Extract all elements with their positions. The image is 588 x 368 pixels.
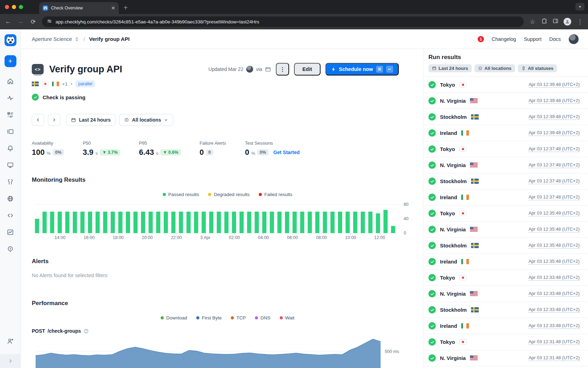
legend-item[interactable]: Degraded results xyxy=(208,192,250,197)
legend-item[interactable]: DNS xyxy=(255,315,271,320)
tab-close-icon[interactable]: ✕ xyxy=(111,5,115,11)
run-timestamp-link[interactable]: Apr 03 12:37:48 (UTC+2) xyxy=(529,194,580,200)
sidebar-item-dashboards[interactable] xyxy=(7,161,14,169)
legend-item[interactable]: First Byte xyxy=(196,315,222,320)
run-result-row[interactable]: N. Virginia Apr 03 12:39:48 (UTC+2) xyxy=(424,93,588,109)
sidebar-item-checks[interactable] xyxy=(7,111,14,118)
sidebar-expand-button[interactable] xyxy=(0,354,21,368)
get-started-link[interactable]: Get Started xyxy=(273,150,300,155)
run-result-row[interactable]: Stockholm Apr 03 12:35:48 (UTC+2) xyxy=(424,238,588,254)
support-link[interactable]: Support xyxy=(524,36,542,42)
browser-tab[interactable]: Check Overview ✕ xyxy=(39,2,119,14)
run-result-row[interactable]: N. Virginia Apr 03 12:37:48 (UTC+2) xyxy=(424,157,588,173)
sidebar-item-maintenance[interactable] xyxy=(7,178,14,186)
run-timestamp-link[interactable]: Apr 03 12:39:48 (UTC+2) xyxy=(529,130,580,136)
more-options-button[interactable]: ⋮ xyxy=(276,63,289,75)
run-result-row[interactable]: N. Virginia Apr 03 12:35:48 (UTC+2) xyxy=(424,222,588,238)
user-avatar[interactable] xyxy=(568,34,579,44)
reload-button[interactable]: ⟳ xyxy=(29,18,37,26)
run-result-row[interactable]: Ireland Apr 03 12:37:48 (UTC+2) xyxy=(424,189,588,205)
forward-button[interactable]: → xyxy=(17,18,24,25)
sidebar-item-activity[interactable] xyxy=(7,94,14,102)
run-timestamp-link[interactable]: Apr 03 12:39:48 (UTC+2) xyxy=(529,82,580,88)
run-timestamp-link[interactable]: Apr 03 12:39:48 (UTC+2) xyxy=(529,98,580,104)
run-timestamp-link[interactable]: Apr 03 12:33:48 (UTC+2) xyxy=(529,323,580,329)
legend-item[interactable]: Failed results xyxy=(259,192,292,197)
run-results-panel: Run results Last 24 hours All locations xyxy=(423,49,588,368)
run-timestamp-link[interactable]: Apr 03 12:33:48 (UTC+2) xyxy=(529,275,580,281)
sidebar-item-alerts[interactable] xyxy=(7,145,14,152)
side-panel-icon[interactable] xyxy=(552,18,559,26)
run-result-row[interactable]: Tokyo Apr 03 12:39:48 (UTC+2) xyxy=(424,77,588,93)
help-circle-icon[interactable] xyxy=(83,329,89,334)
run-result-row[interactable]: Tokyo Apr 03 12:31:48 (UTC+2) xyxy=(424,334,588,350)
legend-item[interactable]: Download xyxy=(161,315,187,320)
monitoring-chart[interactable]: 14:0016:0018:0020:0022:003 Apr02:0004:00… xyxy=(32,201,423,242)
run-result-row[interactable]: Ireland Apr 03 12:33:48 (UTC+2) xyxy=(424,318,588,334)
sidebar-item-home[interactable] xyxy=(7,78,14,85)
run-timestamp-link[interactable]: Apr 03 12:35:48 (UTC+2) xyxy=(529,226,580,232)
back-button[interactable]: ← xyxy=(4,18,12,25)
run-filter-locations[interactable]: All locations xyxy=(475,64,515,72)
run-timestamp-link[interactable]: Apr 03 12:37:48 (UTC+2) xyxy=(529,178,580,184)
run-result-row[interactable]: Tokyo Apr 03 12:37:48 (UTC+2) xyxy=(424,141,588,157)
run-result-row[interactable]: Stockholm Apr 03 12:39:48 (UTC+2) xyxy=(424,109,588,125)
minimize-window-icon[interactable] xyxy=(12,5,16,9)
site-settings-icon[interactable] xyxy=(47,19,52,25)
bookmark-star-icon[interactable]: ☆ xyxy=(529,18,536,26)
run-timestamp-link[interactable]: Apr 03 12:37:48 (UTC+2) xyxy=(529,162,580,168)
extensions-icon[interactable] xyxy=(541,18,547,26)
tab-search-button[interactable]: ▾ xyxy=(575,3,585,10)
run-timestamp-link[interactable]: Apr 03 12:35:49 (UTC+2) xyxy=(529,210,580,216)
close-window-icon[interactable] xyxy=(5,5,9,9)
run-timestamp-link[interactable]: Apr 03 12:37:48 (UTC+2) xyxy=(529,146,580,152)
stat-value: 0 xyxy=(200,148,204,157)
sidebar-item-private-locations[interactable] xyxy=(7,195,14,202)
legend-item[interactable]: Passed results xyxy=(163,192,199,197)
legend-item[interactable]: TCP xyxy=(231,315,246,320)
sidebar-item-cli[interactable] xyxy=(7,212,14,219)
locations-select[interactable]: All locations xyxy=(119,114,173,126)
time-prev-button[interactable] xyxy=(32,114,44,126)
run-result-row[interactable]: N. Virginia Apr 03 12:31:48 (UTC+2) xyxy=(424,350,588,366)
checkly-logo-icon[interactable] xyxy=(5,34,16,46)
run-timestamp-link[interactable]: Apr 03 12:39:48 (UTC+2) xyxy=(529,114,580,120)
run-timestamp-link[interactable]: Apr 03 12:31:48 (UTC+2) xyxy=(529,339,580,345)
maximize-window-icon[interactable] xyxy=(19,5,23,9)
run-filter-statuses[interactable]: All statuses xyxy=(518,64,557,72)
run-result-row[interactable]: Ireland Apr 03 12:35:48 (UTC+2) xyxy=(424,254,588,270)
run-result-row[interactable]: Ireland Apr 03 12:39:48 (UTC+2) xyxy=(424,125,588,141)
performance-chart[interactable]: 500 ms0 xyxy=(32,337,423,368)
run-timestamp-link[interactable]: Apr 03 12:31:48 (UTC+2) xyxy=(529,355,580,361)
invite-user-icon[interactable] xyxy=(7,338,14,346)
run-timestamp-link[interactable]: Apr 03 12:33:48 (UTC+2) xyxy=(529,291,580,297)
browser-menu-icon[interactable]: ⋮ xyxy=(576,18,584,26)
edit-button[interactable]: Edit xyxy=(294,63,320,75)
url-bar[interactable]: app.checklyhq.com/checks/3264c851-e5ae-4… xyxy=(42,16,524,27)
sidebar-item-locations[interactable] xyxy=(7,245,14,253)
updated-by-avatar[interactable] xyxy=(246,66,253,73)
docs-link[interactable]: Docs xyxy=(549,36,561,42)
run-timestamp-link[interactable]: Apr 03 12:35:48 (UTC+2) xyxy=(529,243,580,248)
run-result-row[interactable]: Stockholm Apr 03 12:37:48 (UTC+2) xyxy=(424,173,588,189)
run-filter-time[interactable]: Last 24 hours xyxy=(428,64,472,72)
sidebar-item-analytics[interactable] xyxy=(7,229,14,236)
run-result-row[interactable]: Stockholm Apr 03 12:31:48 (UTC+2) xyxy=(424,366,588,368)
run-result-row[interactable]: Tokyo Apr 03 12:35:49 (UTC+2) xyxy=(424,205,588,222)
run-result-row[interactable]: Stockholm Apr 03 12:33:48 (UTC+2) xyxy=(424,302,588,318)
legend-item[interactable]: Wait xyxy=(280,315,295,320)
create-button[interactable]: + xyxy=(5,55,16,67)
browser-window: Check Overview ✕ + ▾ ← → ⟳ app.checklyhq… xyxy=(0,0,588,368)
schedule-now-button[interactable]: Schedule now ⌘ ↵ xyxy=(325,63,399,75)
sidebar-item-groups[interactable] xyxy=(7,128,14,135)
run-timestamp-link[interactable]: Apr 03 12:33:48 (UTC+2) xyxy=(529,307,580,313)
new-tab-button[interactable]: + xyxy=(124,4,128,12)
changelog-link[interactable]: Changelog xyxy=(492,36,516,42)
browser-profile-avatar[interactable] xyxy=(564,18,571,26)
run-result-row[interactable]: N. Virginia Apr 03 12:33:48 (UTC+2) xyxy=(424,286,588,302)
time-next-button[interactable] xyxy=(48,114,60,126)
time-range-select[interactable]: Last 24 hours xyxy=(66,114,116,126)
run-timestamp-link[interactable]: Apr 03 12:35:48 (UTC+2) xyxy=(529,259,580,265)
run-result-row[interactable]: Tokyo Apr 03 12:33:48 (UTC+2) xyxy=(424,270,588,286)
breadcrumb-account-switcher[interactable]: Aperture Science xyxy=(32,36,79,42)
